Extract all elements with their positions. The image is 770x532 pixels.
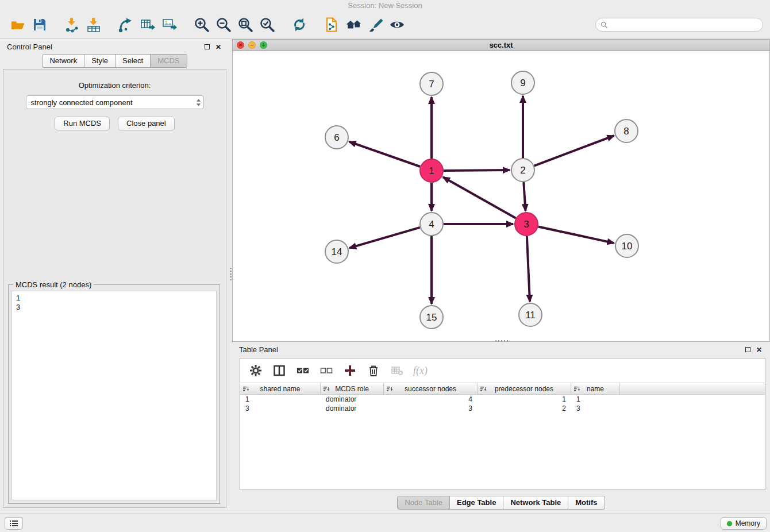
search-box[interactable] (595, 18, 763, 32)
control-tab-select[interactable]: Select (116, 54, 151, 68)
column-header-successor-nodes[interactable]: successor nodes (384, 383, 478, 394)
graph-node-4[interactable]: 4 (420, 213, 443, 236)
minimize-window-icon[interactable] (248, 41, 256, 49)
show-hide-eye-button[interactable] (386, 14, 408, 36)
run-mcds-button[interactable]: Run MCDS (55, 117, 110, 130)
delete-table-button[interactable] (390, 363, 405, 378)
graph-edge-3-1[interactable] (443, 177, 516, 218)
table-cell[interactable]: 3 (240, 404, 321, 413)
save-session-button[interactable] (29, 14, 51, 36)
table-cell[interactable]: 4 (384, 395, 478, 404)
float-panel-icon[interactable] (205, 44, 210, 49)
deselect-all-rows-button[interactable] (319, 363, 334, 378)
task-history-button[interactable] (5, 517, 23, 530)
zoom-out-button[interactable] (213, 14, 234, 36)
graph-edge-1-2[interactable] (444, 170, 510, 171)
table-cell[interactable]: 3 (571, 404, 620, 413)
graph-node-3[interactable]: 3 (515, 213, 538, 236)
column-header-label: MCDS role (335, 385, 369, 393)
graph-node-9[interactable]: 9 (511, 71, 534, 94)
graph-node-10[interactable]: 10 (615, 234, 638, 257)
maximize-window-icon[interactable] (260, 41, 267, 49)
graph-edge-2-3[interactable] (523, 182, 525, 211)
document-share-button[interactable] (321, 14, 342, 36)
delete-columns-button[interactable] (366, 363, 381, 378)
memory-button[interactable]: Memory (721, 517, 767, 530)
export-table-button[interactable] (137, 14, 159, 36)
svg-text:2: 2 (520, 165, 525, 176)
import-network-file-button[interactable] (61, 14, 83, 36)
graph-node-6[interactable]: 6 (325, 126, 348, 149)
graph-edge-3-10[interactable] (538, 227, 614, 244)
svg-text:6: 6 (334, 132, 339, 143)
zoom-fit-icon (237, 17, 253, 33)
select-all-rows-button[interactable] (295, 363, 310, 378)
control-tab-mcds[interactable]: MCDS (151, 54, 187, 68)
optimization-criterion-dropdown[interactable]: strongly connected component (26, 95, 204, 109)
table-tab-node-table[interactable]: Node Table (397, 496, 450, 510)
graph-node-14[interactable]: 14 (325, 240, 348, 263)
graph-node-2[interactable]: 2 (511, 159, 534, 182)
close-window-icon[interactable] (237, 41, 244, 49)
column-header-label: name (587, 385, 604, 393)
control-tab-style[interactable]: Style (84, 54, 116, 68)
column-header-shared-name[interactable]: shared name (240, 383, 321, 394)
table-cell[interactable]: 1 (240, 395, 321, 404)
apply-layout-refresh-button[interactable] (288, 14, 310, 36)
zoom-fit-button[interactable] (234, 14, 256, 36)
dropdown-value: strongly connected component (31, 98, 196, 107)
table-tab-network-table[interactable]: Network Table (503, 496, 568, 510)
import-table-file-button[interactable] (83, 14, 105, 36)
mcds-result-title: MCDS result (2 nodes) (13, 280, 94, 289)
close-panel-icon[interactable] (756, 345, 763, 353)
control-panel-header: Control Panel (0, 39, 229, 54)
table-cell[interactable]: 2 (478, 404, 571, 413)
style-paint-button[interactable] (364, 14, 386, 36)
table-cell[interactable]: 3 (384, 404, 478, 413)
document-share-icon (324, 17, 340, 33)
close-panel-button[interactable]: Close panel (118, 117, 175, 130)
float-panel-icon[interactable] (745, 347, 750, 352)
table-row[interactable]: 3dominator323 (240, 404, 765, 413)
graph-node-1[interactable]: 1 (420, 159, 443, 182)
table-tab-motifs[interactable]: Motifs (568, 496, 605, 510)
function-builder-icon[interactable]: f(x) (413, 365, 428, 377)
export-network-button[interactable] (115, 14, 137, 36)
table-tab-edge-table[interactable]: Edge Table (450, 496, 503, 510)
table-mode-gear-button[interactable] (248, 363, 263, 378)
show-columns-button[interactable] (272, 363, 287, 378)
create-column-button[interactable] (342, 363, 357, 378)
graph-node-8[interactable]: 8 (615, 119, 638, 142)
control-tab-network[interactable]: Network (42, 54, 84, 68)
graph-edge-2-8[interactable] (534, 136, 614, 166)
close-panel-icon[interactable] (215, 43, 222, 51)
graph-edge-3-11[interactable] (527, 236, 530, 302)
table-cell[interactable]: 1 (571, 395, 620, 404)
graph-node-7[interactable]: 7 (420, 72, 443, 95)
network-canvas[interactable]: 7968124314101511 (233, 51, 769, 341)
graph-edge-4-14[interactable] (349, 228, 420, 248)
search-input[interactable] (610, 20, 758, 29)
graph-edge-1-6[interactable] (349, 142, 421, 167)
control-panel: Control Panel NetworkStyleSelectMCDS Opt… (0, 39, 229, 508)
table-cell[interactable]: dominator (321, 404, 384, 413)
column-header-predecessor-nodes[interactable]: predecessor nodes (478, 383, 571, 394)
graph-node-15[interactable]: 15 (420, 306, 443, 329)
table-cell[interactable]: dominator (321, 395, 384, 404)
column-header-mcds-role[interactable]: MCDS role (321, 383, 384, 394)
column-header-label: shared name (260, 385, 300, 393)
export-image-button[interactable] (159, 14, 180, 36)
control-panel-tabs: NetworkStyleSelectMCDS (0, 54, 229, 68)
zoom-in-button[interactable] (191, 14, 213, 36)
graph-node-11[interactable]: 11 (519, 303, 542, 326)
network-overview-home-button[interactable] (342, 14, 364, 36)
open-session-folder-button[interactable] (7, 14, 29, 36)
mcds-result-text[interactable]: 1 3 (11, 291, 217, 500)
table-cell[interactable]: 1 (478, 395, 571, 404)
zoom-selected-button[interactable] (256, 14, 278, 36)
toolbar-icon-group (7, 14, 408, 36)
table-row[interactable]: 1dominator411 (240, 395, 765, 404)
table-panel: Table Panel f(x) shared nameMCDS rolesuc… (232, 342, 770, 514)
sort-column-icon (242, 385, 249, 392)
column-header-name[interactable]: name (571, 383, 620, 394)
